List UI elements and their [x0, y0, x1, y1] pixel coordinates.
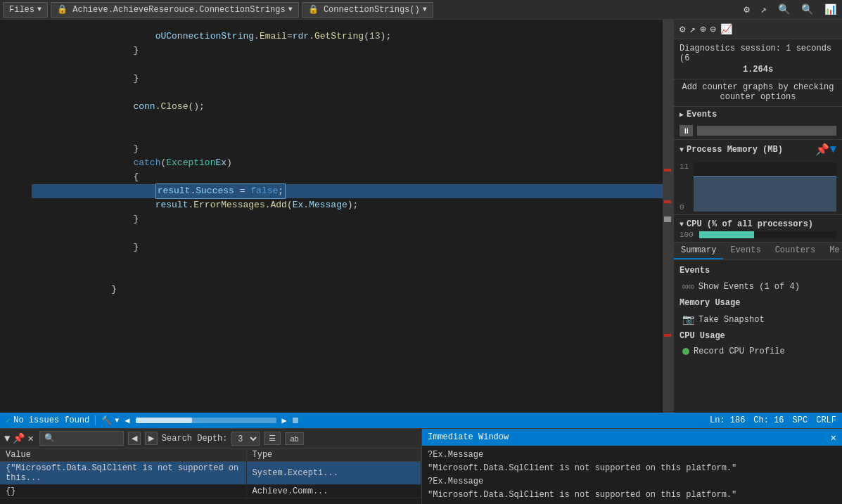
- dropdown-btn[interactable]: ▼: [115, 417, 119, 425]
- immediate-line: ?Ex.Message: [428, 475, 836, 489]
- scrollbar-marker-1: [664, 169, 671, 172]
- main-layout: oUConnectionString.Email = rdr.GetString…: [0, 20, 842, 413]
- files-dropdown[interactable]: Files ▼: [3, 2, 48, 18]
- scrollbar-marker-2: [664, 200, 671, 203]
- code-lines[interactable]: oUConnectionString.Email = rdr.GetString…: [32, 20, 663, 413]
- zoom-in-icon[interactable]: ⊕: [700, 23, 706, 35]
- zoom-out-icon[interactable]: ⊖: [710, 23, 715, 35]
- panel-pin-icon[interactable]: 📌: [13, 432, 25, 444]
- bottom-panel: ▼ 📌 ✕ 🔍 ◀ ▶ Search Depth: 3 1 2 4 ☰ ab: [0, 428, 842, 504]
- immediate-close-button[interactable]: ✕: [831, 432, 836, 444]
- class-dropdown[interactable]: 🔒 Achieve.AchieveReserouce.ConnectionStr…: [51, 2, 299, 18]
- scrollbar-marker-3: [664, 334, 671, 337]
- tab-summary[interactable]: Summary: [674, 243, 723, 259]
- summary-memory-label: Memory Usage: [674, 295, 842, 311]
- watch-value-cell: {}: [0, 485, 246, 498]
- diag-events-section: ▶ Events ⏸: [674, 107, 842, 140]
- build-icon[interactable]: 🔨: [101, 415, 112, 426]
- status-bar: ✓ No issues found 🔨 ▼ ◀ ▶ Ln: 186 Ch: 16…: [0, 413, 842, 428]
- diag-toolbar: ⚙ ↗ ⊕ ⊖ 📈: [674, 20, 842, 39]
- zoom-out-icon[interactable]: 🔍: [798, 2, 816, 17]
- immediate-line: "Microsoft.Data.SqlClient is not support…: [428, 462, 836, 475]
- chart-icon[interactable]: 📈: [720, 23, 732, 35]
- scroll-left-btn[interactable]: ◀: [125, 415, 129, 426]
- memory-chart-area: 11 0: [674, 160, 842, 214]
- col-value-header: Value: [0, 448, 246, 462]
- expand-all-button[interactable]: ☰: [264, 432, 281, 445]
- hscroll-status-thumb[interactable]: [136, 418, 192, 423]
- nav-back-button[interactable]: ◀: [128, 432, 141, 445]
- settings-icon[interactable]: ⚙: [680, 23, 685, 35]
- diag-summary: Events ∞∞ Show Events (1 of 4) Memory Us…: [674, 260, 842, 413]
- panel-minimize-icon[interactable]: ▼: [4, 433, 10, 444]
- class-dropdown-arrow: ▼: [288, 6, 293, 13]
- check-icon: ✓: [6, 415, 11, 426]
- status-issues: ✓ No issues found: [6, 415, 89, 426]
- cpu-collapse-icon: ▼: [680, 221, 684, 228]
- settings-icon[interactable]: ⚙: [741, 2, 752, 17]
- export-icon[interactable]: ↗: [689, 23, 695, 35]
- scrollbar-handle[interactable]: [664, 217, 671, 222]
- panel-close-icon[interactable]: ✕: [27, 432, 33, 444]
- tab-me[interactable]: Me: [822, 243, 842, 259]
- method-dropdown[interactable]: 🔒 ConnectionStrings() ▼: [302, 2, 433, 18]
- show-events-item[interactable]: ∞∞ Show Events (1 of 4): [674, 278, 842, 295]
- format-button[interactable]: ab: [285, 432, 303, 445]
- diag-session-time: 1.264s: [680, 65, 836, 75]
- watch-row[interactable]: {} Achieve.Comm...: [0, 485, 421, 498]
- pause-button[interactable]: ⏸: [680, 125, 693, 136]
- take-snapshot-item[interactable]: 📷 Take Snapshot: [674, 311, 842, 328]
- memory-y-axis: 11 0: [680, 162, 694, 212]
- tab-counters[interactable]: Counters: [768, 243, 823, 259]
- export-icon[interactable]: ↗: [758, 2, 770, 17]
- summary-cpu-label: CPU Usage: [674, 328, 842, 344]
- watch-row[interactable]: {"Microsoft.Data.SqlClient is not suppor…: [0, 462, 421, 485]
- analytics-icon[interactable]: 📊: [822, 2, 839, 17]
- watch-toolbar: ▼ 📌 ✕ 🔍 ◀ ▶ Search Depth: 3 1 2 4 ☰ ab: [0, 429, 421, 448]
- memory-header[interactable]: ▼ Process Memory (MB) 📌 ▼: [674, 140, 842, 160]
- watch-type-cell: System.Excepti...: [246, 462, 421, 485]
- scroll-right-btn[interactable]: ▶: [282, 415, 287, 426]
- line-numbers: [0, 20, 32, 413]
- depth-select[interactable]: 3 1 2 4: [231, 432, 260, 446]
- status-tools: 🔨 ▼: [101, 415, 119, 426]
- events-collapse-icon: ▶: [680, 110, 684, 119]
- top-bar: Files ▼ 🔒 Achieve.AchieveReserouce.Conne…: [0, 0, 842, 20]
- diag-counter-text: Add counter graphs by checking counter o…: [674, 79, 842, 107]
- memory-fill: [694, 176, 836, 212]
- code-line: }: [32, 72, 663, 86]
- col-type-header: Type: [246, 448, 421, 462]
- record-dot-icon: [682, 348, 689, 355]
- events-header[interactable]: ▶ Events: [674, 107, 842, 122]
- watch-table: Value Type {"Microsoft.Data.SqlClient is…: [0, 448, 421, 504]
- code-line: [32, 269, 663, 283]
- immediate-line: ?Ex.Message: [428, 448, 836, 462]
- cpu-header[interactable]: ▼ CPU (% of all processors): [680, 218, 836, 231]
- files-dropdown-arrow: ▼: [37, 6, 42, 13]
- immediate-header: Immediate Window ✕: [422, 429, 842, 446]
- cpu-bar-container: 100: [680, 231, 836, 239]
- events-bar: ⏸: [674, 122, 842, 139]
- status-right: Ln: 186 Ch: 16 SPC CRLF: [710, 415, 836, 425]
- resize-handle[interactable]: [293, 418, 298, 423]
- hscroll-status: [136, 418, 276, 423]
- tab-events[interactable]: Events: [723, 243, 767, 259]
- zoom-in-icon[interactable]: 🔍: [775, 2, 793, 17]
- watch-type-cell: Achieve.Comm...: [246, 485, 421, 498]
- events-icon: ∞∞: [682, 281, 694, 292]
- nav-forward-button[interactable]: ▶: [145, 432, 158, 445]
- diag-session: Diagnostics session: 1 seconds (6 1.264s: [674, 39, 842, 79]
- record-cpu-item[interactable]: Record CPU Profile: [674, 344, 842, 359]
- editor-scrollbar[interactable]: [663, 20, 672, 413]
- code-editor: oUConnectionString.Email = rdr.GetString…: [0, 20, 673, 413]
- camera-icon: 📷: [682, 314, 694, 325]
- diagnostics-panel: ⚙ ↗ ⊕ ⊖ 📈 Diagnostics session: 1 seconds…: [673, 20, 842, 413]
- code-line: conn.Close();: [32, 100, 663, 114]
- memory-pin-icon[interactable]: 📌: [815, 143, 829, 157]
- immediate-window: Immediate Window ✕ ?Ex.Message "Microsof…: [422, 429, 842, 504]
- status-sep-1: [95, 415, 96, 425]
- immediate-content[interactable]: ?Ex.Message "Microsoft.Data.SqlClient is…: [422, 446, 842, 504]
- process-memory-section: ▼ Process Memory (MB) 📌 ▼ 11 0: [674, 140, 842, 215]
- search-input-box[interactable]: 🔍: [39, 431, 124, 446]
- memory-chart-icon[interactable]: ▼: [829, 143, 836, 156]
